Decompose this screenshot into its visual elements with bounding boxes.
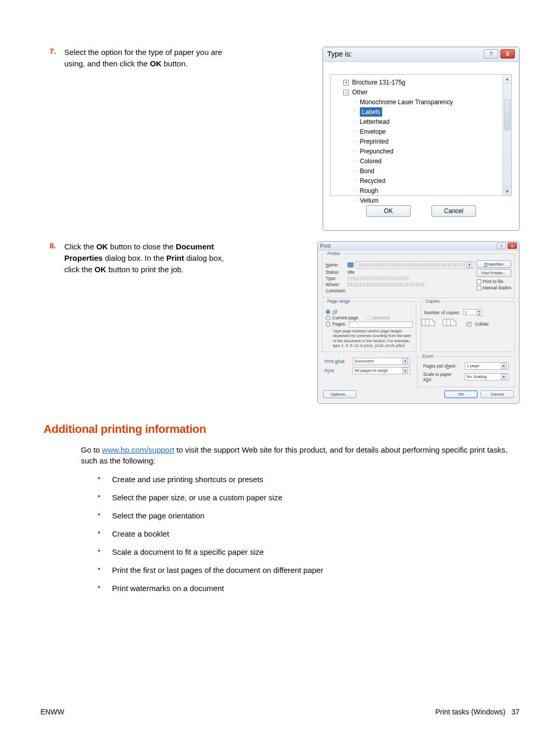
list-item: Scale a document to fit a specific paper… (97, 546, 520, 557)
paper-type-tree[interactable]: +Brochure 131-175g −Other ⋯Monochrome La… (330, 74, 512, 196)
close-icon[interactable]: X (500, 49, 515, 59)
tree-item[interactable]: Bond (360, 166, 374, 176)
label: Pages: (332, 321, 346, 327)
options-button[interactable]: Options... (323, 390, 356, 398)
list-item: Create a booklet (97, 528, 520, 539)
collate-preview-icon (424, 319, 435, 326)
tree-item[interactable]: Colored (360, 157, 382, 166)
collate-checkbox[interactable]: ✓ (467, 322, 471, 327)
page-range-group: Page range All Current page Selection Pa… (322, 301, 416, 352)
pages-radio[interactable] (326, 322, 330, 327)
printer-group: Printer Name: ▼ Status:Idle Type: Where: (322, 254, 515, 298)
group-label: Page range (326, 299, 352, 304)
scale-to-paper-combo[interactable]: No Scaling▼ (465, 373, 509, 381)
collapse-icon[interactable]: − (343, 90, 349, 95)
ok-button[interactable]: OK (444, 390, 478, 398)
status-value: Idle (347, 270, 355, 275)
section-heading: Additional printing information (44, 423, 520, 436)
printer-icon (347, 262, 354, 268)
cancel-button[interactable]: Cancel (481, 390, 514, 398)
step7-number: 7. (40, 47, 64, 231)
find-printer-button[interactable]: Find Printer... (477, 269, 511, 277)
collate-preview-icon (445, 319, 456, 326)
properties-button[interactable]: PPropertiesroperties (477, 260, 511, 268)
pages-hint: Type page numbers and/or page ranges sep… (326, 328, 413, 348)
scroll-down-icon[interactable]: ▾ (503, 187, 511, 195)
footer-left: ENWW (40, 708, 64, 716)
selection-radio (366, 316, 370, 320)
list-item: Create and use printing shortcuts or pre… (97, 474, 520, 485)
help-icon[interactable]: ? (497, 243, 506, 249)
tree-item[interactable]: Preprinted (360, 137, 388, 146)
tree-item[interactable]: Vellum (360, 196, 379, 205)
tree-item[interactable]: Envelope (360, 127, 386, 136)
manual-duplex-checkbox[interactable] (477, 286, 481, 290)
chevron-down-icon[interactable]: ▼ (402, 358, 408, 364)
label: Number of copies: (424, 310, 460, 315)
step8-number: 8. (40, 241, 64, 404)
tree-item[interactable]: Other (352, 88, 368, 97)
label: Collate (475, 321, 488, 327)
ok-button[interactable]: OK (366, 205, 411, 217)
footer-right: Print tasks (Windows) 37 (435, 708, 520, 716)
list-item: Print watermarks on a document (97, 583, 520, 594)
dialog-title: Type is: (327, 50, 352, 58)
copies-group: Copies Number of copies: ▲▼ (421, 301, 515, 352)
tree-item[interactable]: Brochure 131-175g (352, 78, 405, 87)
section-intro: Go to www.hp.com/support to visit the su… (81, 444, 520, 467)
chevron-down-icon[interactable]: ▼ (467, 262, 472, 268)
print-to-file-checkbox[interactable] (477, 279, 481, 284)
current-page-radio[interactable] (326, 316, 330, 320)
chevron-down-icon[interactable]: ▼ (501, 374, 507, 379)
print-range-combo[interactable]: All pages in range▼ (353, 367, 410, 374)
step8-text: Click the OK button to close the Documen… (64, 241, 241, 404)
list-item: Select the paper size, or use a custom p… (97, 492, 520, 503)
tree-item[interactable]: Letterhead (360, 117, 389, 126)
tree-item[interactable]: Recycled (360, 176, 385, 186)
group-label: Copies (424, 299, 441, 304)
all-radio[interactable] (326, 310, 330, 314)
pages-per-sheet-combo[interactable]: 1 page▼ (465, 362, 509, 370)
dialog-title: Print (320, 243, 331, 249)
group-label: Printer (326, 251, 342, 256)
print-what-combo[interactable]: Document▼ (353, 358, 410, 365)
tree-item[interactable]: Rough (360, 186, 378, 195)
scroll-up-icon[interactable]: ▴ (503, 75, 511, 83)
cancel-button[interactable]: Cancel (431, 205, 476, 217)
chevron-down-icon[interactable]: ▼ (501, 363, 507, 369)
label: Status: (326, 270, 347, 275)
label: Current page (332, 315, 358, 320)
task-list: Create and use printing shortcuts or pre… (97, 474, 520, 594)
label: Manual duplex (483, 285, 511, 290)
pages-input[interactable] (349, 321, 413, 328)
help-icon[interactable]: ? (484, 49, 498, 59)
paper-type-dialog: Type is: ? X +Brochure 131-175g −Other ⋯… (323, 47, 520, 231)
list-item: Select the page orientation (97, 510, 520, 521)
label: Where: (326, 282, 347, 287)
chevron-down-icon[interactable]: ▼ (402, 368, 408, 373)
label: Print to file (483, 279, 503, 284)
print-dialog: Print ? x Printer Name: (317, 241, 520, 404)
list-item: Print the first or last pages of the doc… (97, 565, 520, 575)
copies-stepper[interactable]: ▲▼ (463, 309, 482, 316)
scroll-thumb[interactable] (504, 99, 510, 130)
tree-item-selected[interactable]: Labels (360, 107, 382, 117)
step7-text: Select the option for the type of paper … (64, 47, 241, 231)
label: Selection (372, 315, 390, 320)
label: Comment: (326, 288, 347, 293)
step-down-icon[interactable]: ▼ (477, 313, 482, 316)
zoom-group: Zoom Pages per sheet: 1 page▼ Scale to p… (417, 356, 515, 387)
group-label: Zoom (421, 354, 435, 359)
tree-item[interactable]: Prepunched (360, 147, 394, 156)
close-icon[interactable]: x (508, 243, 517, 249)
label: Type: (326, 276, 347, 281)
printer-name-combo[interactable]: ▼ (356, 261, 474, 269)
support-link[interactable]: www.hp.com/support (102, 445, 174, 454)
expand-icon[interactable]: + (343, 80, 349, 86)
tree-item[interactable]: Monochrome Laser Transparency (360, 97, 453, 107)
scrollbar[interactable]: ▴ ▾ (502, 75, 511, 195)
